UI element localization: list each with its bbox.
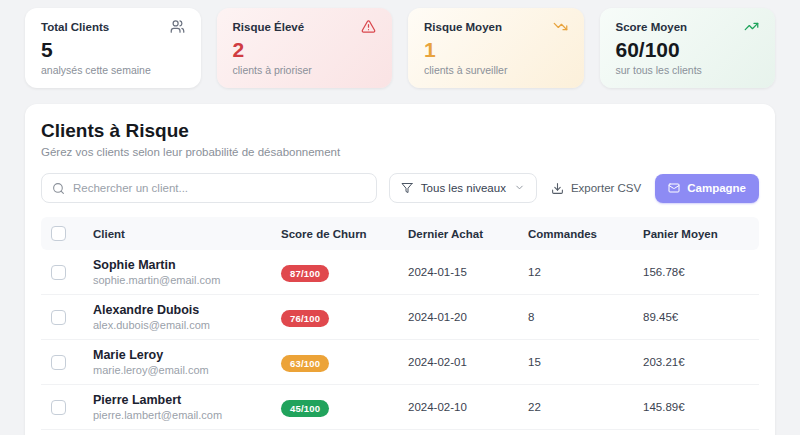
- column-header-panier-moyen: Panier Moyen: [643, 217, 759, 250]
- stat-subtext: clients à surveiller: [424, 64, 568, 76]
- orders-count: 12: [528, 250, 643, 295]
- churn-score-badge: 76/100: [281, 310, 329, 327]
- level-filter-value: Tous les niveaux: [421, 182, 506, 194]
- last-purchase-date: 2024-02-01: [408, 340, 528, 385]
- column-header-dernier-achat: Dernier Achat: [408, 217, 528, 250]
- clients-table: Client Score de Churn Dernier Achat Comm…: [41, 217, 759, 435]
- column-header-score: Score de Churn: [281, 217, 408, 250]
- churn-score-badge: 63/100: [281, 355, 329, 372]
- client-email: pierre.lambert@email.com: [93, 409, 281, 421]
- chevron-down-icon: [514, 179, 525, 197]
- page-subtitle: Gérez vos clients selon leur probabilité…: [41, 146, 759, 158]
- filter-icon: [401, 182, 413, 194]
- column-header-client: Client: [93, 217, 281, 250]
- stat-subtext: analysés cette semaine: [41, 64, 185, 76]
- campaign-button[interactable]: Campagne: [655, 174, 759, 203]
- dashboard-page: Total Clients 5 analysés cette semaine R…: [0, 0, 800, 435]
- trending-down-icon: [553, 19, 568, 34]
- stat-subtext: clients à prioriser: [233, 64, 377, 76]
- search-box: [41, 173, 377, 203]
- client-email: alex.dubois@email.com: [93, 319, 281, 331]
- mail-icon: [668, 182, 680, 194]
- table-row: Marie Leroy marie.leroy@email.com 63/100…: [41, 340, 759, 385]
- orders-count: 15: [528, 340, 643, 385]
- client-email: sophie.martin@email.com: [93, 274, 281, 286]
- average-basket: 203.21€: [643, 340, 759, 385]
- row-checkbox[interactable]: [51, 355, 66, 370]
- column-header-commandes: Commandes: [528, 217, 643, 250]
- orders-count: 8: [528, 295, 643, 340]
- level-filter-select[interactable]: Tous les niveaux: [389, 173, 537, 203]
- table-row: Alexandre Dubois alex.dubois@email.com 7…: [41, 295, 759, 340]
- row-checkbox[interactable]: [51, 310, 66, 325]
- stat-value: 60/100: [616, 38, 760, 62]
- select-all-checkbox[interactable]: [51, 226, 66, 241]
- search-input[interactable]: [73, 182, 366, 194]
- table-row: Camille Moreau camille.moreau@email.com …: [41, 430, 759, 435]
- stat-card-risque-eleve: Risque Élevé 2 clients à prioriser: [217, 8, 393, 88]
- export-csv-label: Exporter CSV: [571, 182, 641, 194]
- client-name: Marie Leroy: [93, 348, 281, 362]
- toolbar: Tous les niveaux Exporter CSV Campagne: [41, 173, 759, 203]
- row-checkbox[interactable]: [51, 265, 66, 280]
- stat-value: 5: [41, 38, 185, 62]
- client-name: Sophie Martin: [93, 258, 281, 272]
- average-basket: 89.45€: [643, 295, 759, 340]
- table-header-row: Client Score de Churn Dernier Achat Comm…: [41, 217, 759, 250]
- trending-up-icon: [744, 19, 759, 34]
- last-purchase-date: 2024-02-10: [408, 385, 528, 430]
- alert-triangle-icon: [361, 19, 376, 34]
- average-basket: 198.76€: [643, 430, 759, 435]
- churn-score-badge: 45/100: [281, 400, 329, 417]
- search-icon: [52, 182, 65, 195]
- client-name: Alexandre Dubois: [93, 303, 281, 317]
- stat-card-total-clients: Total Clients 5 analysés cette semaine: [25, 8, 201, 88]
- last-purchase-date: 2024-01-15: [408, 250, 528, 295]
- orders-count: 22: [528, 385, 643, 430]
- stat-card-risque-moyen: Risque Moyen 1 clients à surveiller: [408, 8, 584, 88]
- stat-label: Risque Élevé: [233, 21, 305, 33]
- stat-value: 2: [233, 38, 377, 62]
- churn-score-badge: 87/100: [281, 265, 329, 282]
- campaign-label: Campagne: [687, 182, 746, 194]
- stat-card-score-moyen: Score Moyen 60/100 sur tous les clients: [600, 8, 776, 88]
- average-basket: 156.78€: [643, 250, 759, 295]
- stat-value: 1: [424, 38, 568, 62]
- last-purchase-date: 2024-02-15: [408, 430, 528, 435]
- stat-label: Total Clients: [41, 21, 109, 33]
- stat-label: Score Moyen: [616, 21, 688, 33]
- download-icon: [551, 182, 564, 195]
- stat-subtext: sur tous les clients: [616, 64, 760, 76]
- row-checkbox[interactable]: [51, 400, 66, 415]
- average-basket: 145.89€: [643, 385, 759, 430]
- client-email: marie.leroy@email.com: [93, 364, 281, 376]
- orders-count: 35: [528, 430, 643, 435]
- stats-row: Total Clients 5 analysés cette semaine R…: [25, 8, 775, 88]
- table-row: Pierre Lambert pierre.lambert@email.com …: [41, 385, 759, 430]
- clients-panel: Clients à Risque Gérez vos clients selon…: [25, 104, 775, 435]
- stat-label: Risque Moyen: [424, 21, 502, 33]
- client-name: Pierre Lambert: [93, 393, 281, 407]
- page-title: Clients à Risque: [41, 120, 759, 142]
- table-row: Sophie Martin sophie.martin@email.com 87…: [41, 250, 759, 295]
- last-purchase-date: 2024-01-20: [408, 295, 528, 340]
- export-csv-button[interactable]: Exporter CSV: [549, 182, 643, 195]
- users-icon: [170, 19, 185, 34]
